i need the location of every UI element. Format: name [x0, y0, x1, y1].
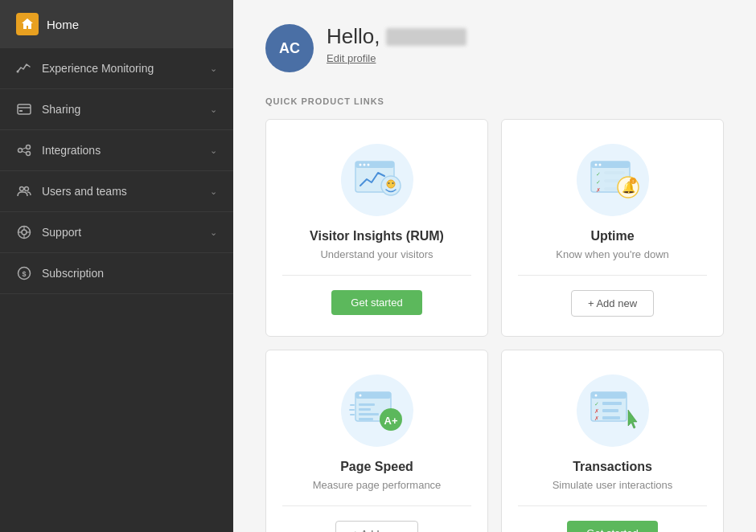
- chevron-users-teams: ⌄: [210, 186, 217, 197]
- svg-point-43: [359, 395, 361, 397]
- chevron-sharing: ⌄: [210, 104, 217, 115]
- card-divider-2: [518, 275, 707, 276]
- user-header: AC Hello, Edit profile: [265, 24, 724, 72]
- svg-rect-2: [19, 110, 23, 112]
- card-page-speed: A+ Page Speed Measure page performance +…: [265, 350, 488, 532]
- svg-rect-46: [359, 413, 379, 415]
- sidebar: Home Experience Monitoring ⌄ S: [0, 0, 233, 532]
- sidebar-experience-label: Experience Monitoring: [42, 62, 154, 75]
- header-text: Hello, Edit profile: [327, 24, 466, 64]
- avatar: AC: [265, 24, 314, 72]
- sharing-icon: [16, 101, 32, 117]
- svg-text:✗: ✗: [594, 415, 599, 421]
- visitor-insights-subtitle: Understand your visitors: [320, 248, 433, 260]
- transactions-icon-circle: ✓ ✗ ✗: [577, 374, 649, 447]
- main-content: AC Hello, Edit profile QUICK PRODUCT LIN…: [233, 0, 756, 532]
- svg-marker-62: [628, 410, 637, 428]
- svg-line-6: [22, 148, 26, 149]
- sidebar-item-integrations[interactable]: Integrations ⌄: [0, 130, 233, 171]
- svg-text:✗: ✗: [594, 408, 599, 414]
- hello-prefix: Hello,: [327, 24, 380, 49]
- svg-rect-45: [359, 408, 371, 411]
- sidebar-item-home[interactable]: Home: [0, 0, 233, 48]
- card-uptime: ✓ ✓ ✗ 🔔 ! Uptime Know wh: [501, 119, 724, 337]
- page-speed-subtitle: Measure page performance: [313, 479, 442, 491]
- svg-rect-61: [602, 416, 620, 419]
- uptime-cta[interactable]: + Add new: [571, 290, 654, 317]
- svg-rect-34: [604, 171, 625, 174]
- svg-text:✓: ✓: [596, 171, 601, 177]
- card-divider-4: [518, 505, 707, 506]
- svg-rect-1: [18, 104, 31, 114]
- users-teams-icon: [16, 183, 32, 199]
- section-title: QUICK PRODUCT LINKS: [265, 96, 724, 106]
- hello-greeting: Hello,: [327, 24, 466, 49]
- svg-point-29: [594, 164, 597, 166]
- edit-profile-link[interactable]: Edit profile: [327, 52, 466, 64]
- card-divider-1: [282, 275, 471, 276]
- svg-point-24: [387, 180, 395, 188]
- card-divider-3: [282, 505, 471, 506]
- uptime-subtitle: Know when you're down: [556, 248, 669, 260]
- sidebar-item-sharing[interactable]: Sharing ⌄: [0, 89, 233, 130]
- page-speed-cta[interactable]: + Add new: [335, 521, 418, 532]
- page-speed-icon-circle: A+: [341, 374, 413, 447]
- svg-point-26: [392, 182, 393, 184]
- visitor-insights-cta[interactable]: Get started: [331, 290, 421, 315]
- visitor-insights-title: Visitor Insights (RUM): [310, 229, 444, 243]
- svg-point-5: [27, 152, 31, 156]
- svg-text:✗: ✗: [596, 187, 601, 193]
- svg-point-9: [25, 187, 29, 191]
- transactions-cta[interactable]: Get started: [567, 521, 657, 532]
- card-visitor-insights: Visitor Insights (RUM) Understand your v…: [265, 119, 488, 337]
- uptime-title: Uptime: [590, 229, 634, 243]
- page-speed-title: Page Speed: [340, 460, 413, 474]
- home-icon: [16, 13, 39, 35]
- sidebar-support-label: Support: [42, 226, 81, 239]
- sidebar-item-users-teams[interactable]: Users and teams ⌄: [0, 171, 233, 212]
- quick-product-links-section: QUICK PRODUCT LINKS: [265, 96, 724, 532]
- sidebar-sharing-label: Sharing: [42, 103, 80, 116]
- transactions-subtitle: Simulate user interactions: [553, 479, 673, 491]
- transactions-title: Transactions: [573, 460, 652, 474]
- svg-text:✓: ✓: [596, 179, 601, 185]
- svg-point-25: [388, 182, 389, 184]
- svg-rect-60: [602, 409, 618, 412]
- svg-point-11: [22, 230, 27, 235]
- subscription-icon: $: [16, 265, 32, 281]
- chevron-support: ⌄: [210, 227, 217, 238]
- svg-point-8: [20, 187, 24, 191]
- svg-line-7: [22, 151, 26, 153]
- svg-rect-35: [604, 179, 620, 182]
- svg-rect-47: [359, 418, 373, 420]
- svg-point-3: [18, 149, 23, 153]
- cards-grid: Visitor Insights (RUM) Understand your v…: [265, 119, 724, 532]
- sidebar-users-teams-label: Users and teams: [42, 185, 127, 198]
- svg-text:$: $: [22, 270, 26, 278]
- sidebar-item-subscription[interactable]: $ Subscription: [0, 253, 233, 294]
- sidebar-integrations-label: Integrations: [42, 144, 101, 157]
- sidebar-home-label: Home: [47, 18, 79, 31]
- sidebar-subscription-label: Subscription: [42, 267, 104, 280]
- svg-point-0: [17, 71, 19, 73]
- sidebar-item-experience-monitoring[interactable]: Experience Monitoring ⌄: [0, 48, 233, 89]
- card-transactions: ✓ ✗ ✗ Transactions Simulate user interac…: [501, 350, 724, 532]
- svg-text:A+: A+: [384, 415, 397, 427]
- sidebar-item-left: Experience Monitoring: [16, 60, 154, 76]
- svg-point-4: [27, 145, 31, 149]
- svg-text:✓: ✓: [594, 401, 599, 407]
- svg-point-20: [359, 164, 361, 166]
- sidebar-item-support[interactable]: Support ⌄: [0, 212, 233, 253]
- svg-point-22: [367, 164, 369, 166]
- uptime-icon-circle: ✓ ✓ ✗ 🔔 !: [577, 144, 649, 216]
- support-icon: [16, 224, 32, 240]
- chevron-experience: ⌄: [210, 63, 217, 74]
- svg-point-55: [594, 395, 597, 397]
- username-blurred: [386, 28, 466, 46]
- visitor-insights-icon-circle: [341, 144, 413, 216]
- svg-rect-44: [359, 403, 375, 406]
- svg-rect-59: [602, 402, 622, 405]
- experience-monitoring-icon: [16, 60, 32, 76]
- chevron-integrations: ⌄: [210, 145, 217, 156]
- integrations-icon: [16, 142, 32, 158]
